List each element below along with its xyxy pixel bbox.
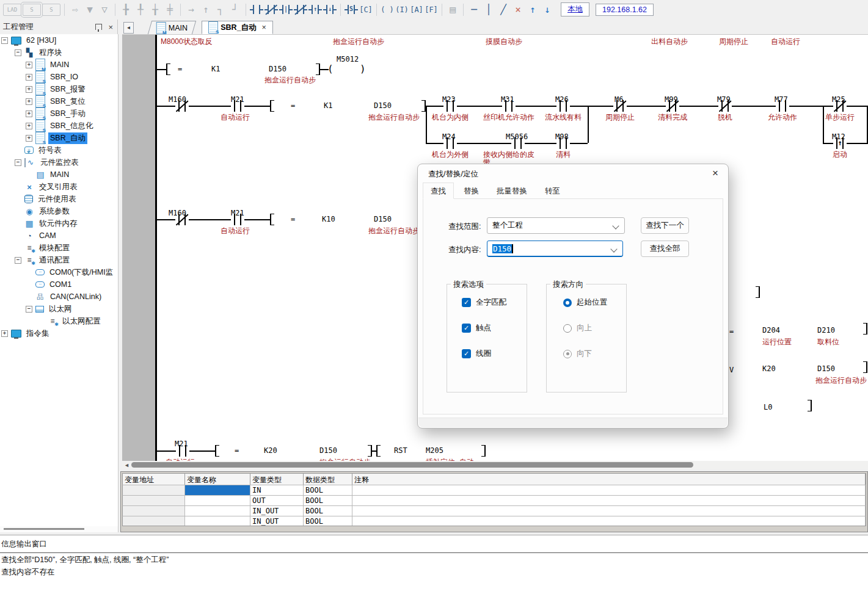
tree-item-指令集[interactable]: +指令集 (0, 327, 119, 339)
tab-scroll-left-button[interactable]: ◄ (123, 22, 134, 34)
expand-icon[interactable]: + (26, 135, 32, 142)
dialog-tab-批量替换[interactable]: 批量替换 (489, 183, 535, 199)
expand-icon[interactable]: + (26, 62, 32, 68)
contact-set-icon[interactable]: S (345, 2, 358, 17)
delete-line-icon[interactable]: × (511, 2, 525, 17)
function-icon[interactable]: [F] (425, 2, 438, 17)
column-header-变量名称[interactable]: 变量名称 (185, 474, 250, 485)
tab-MAIN[interactable]: MAIN (148, 21, 197, 34)
table-cell[interactable]: IN_OUT (250, 506, 304, 516)
column-header-变量类型[interactable]: 变量类型 (250, 474, 304, 485)
find-all-button[interactable]: 查找全部 (641, 241, 689, 257)
coil-icon[interactable]: ( ) (381, 2, 394, 17)
tree-item-62 [H3U][interactable]: −62 [H3U] (0, 34, 119, 46)
draw-hline-icon[interactable]: ─ (467, 2, 481, 17)
table-cell[interactable] (185, 496, 250, 505)
expand-icon[interactable]: + (26, 110, 32, 117)
contact-nc-icon[interactable] (264, 2, 278, 17)
coil-inverse-icon[interactable]: (I) (395, 2, 409, 17)
table-cell[interactable]: BOOL (304, 485, 352, 495)
corner-up-icon[interactable]: ┘ (228, 2, 242, 17)
contact-rising-icon[interactable]: ↑ (308, 2, 322, 17)
tree-item-以太网配置[interactable]: ≡以太网配置 (0, 315, 119, 327)
dialog-tab-替换[interactable]: 替换 (456, 183, 487, 199)
table-cell[interactable] (352, 485, 866, 495)
table-cell[interactable] (123, 516, 185, 526)
tree-item-COM1[interactable]: ···COM1 (0, 278, 119, 291)
tree-item-元件使用表[interactable]: 元件使用表 (0, 193, 119, 205)
close-tab-icon[interactable]: × (262, 23, 266, 32)
contact-mid-icon[interactable]: | (279, 2, 293, 17)
table-cell[interactable] (123, 485, 185, 495)
tree-item-CAM[interactable]: ◔CAM (0, 230, 119, 242)
table-row[interactable]: IN_OUTBOOL (122, 505, 866, 516)
find-next-button[interactable]: 查找下一个 (641, 217, 689, 234)
comment-icon[interactable]: ▤ (446, 2, 459, 17)
lad-mode-icon[interactable]: LAD (3, 4, 21, 16)
table-cell[interactable] (352, 506, 866, 516)
scroll-left-icon[interactable]: ◄ (124, 462, 129, 468)
contact-nc2-icon[interactable] (294, 2, 307, 17)
expand-icon[interactable]: + (26, 86, 32, 93)
sbr-icon[interactable]: S (42, 4, 60, 16)
column-header-变量地址[interactable]: 变量地址 (123, 474, 185, 485)
expand-icon[interactable]: + (26, 123, 32, 129)
move-up-icon[interactable]: ↑ (526, 2, 539, 17)
expand-icon[interactable]: + (26, 74, 32, 81)
tree-item-符号表[interactable]: ≡符号表 (0, 144, 119, 156)
table-cell[interactable] (352, 496, 866, 505)
arrow-up-icon[interactable]: ↑ (199, 2, 213, 17)
table-cell[interactable]: IN (250, 485, 304, 495)
table-cell[interactable]: OUT (250, 496, 304, 505)
draw-slash-icon[interactable]: ╱ (497, 2, 510, 17)
draw-vline-icon[interactable]: │ (482, 2, 495, 17)
checkbox-触点[interactable]: ✓触点 (462, 323, 491, 333)
radio-向下[interactable]: 向下 (563, 349, 592, 359)
table-cell[interactable] (185, 506, 250, 516)
collapse-icon[interactable]: − (15, 49, 21, 56)
tree-item-模块配置[interactable]: ≡模块配置 (0, 242, 119, 254)
table-cell[interactable] (185, 485, 250, 495)
column-header-数据类型[interactable]: 数据类型 (304, 474, 352, 485)
local-connection-button[interactable]: 本地 (561, 2, 589, 16)
project-tree[interactable]: −62 [H3U]−▚程序块+MAIN+SBR_IO+SBR_报警+SBR_复位… (0, 34, 119, 526)
dialog-close-icon[interactable]: × (712, 167, 718, 179)
table-cell[interactable]: BOOL (304, 506, 352, 516)
radio-起始位置[interactable]: 起始位置 (563, 297, 607, 308)
checkbox-全字匹配[interactable]: ✓全字匹配 (462, 297, 506, 308)
tree-item-SBR_手动[interactable]: +SBR_手动 (0, 107, 119, 120)
contact-no-icon[interactable] (250, 2, 263, 17)
tree-item-软元件内存[interactable]: ▦软元件内存 (0, 217, 119, 230)
contact-falling-icon[interactable]: ↓ (323, 2, 337, 17)
variable-table[interactable]: 变量地址变量名称变量类型数据类型注释INBOOLOUTBOOLIN_OUTBOO… (120, 471, 868, 532)
search-content-input[interactable]: D150 (487, 241, 623, 257)
expand-icon[interactable]: + (1, 330, 8, 337)
table-cell[interactable]: BOOL (304, 496, 352, 505)
counter-box-icon[interactable]: [C] (359, 2, 373, 17)
collapse-icon[interactable]: − (26, 306, 32, 313)
plc-ip-address[interactable]: 192.168.1.62 (596, 4, 654, 16)
tree-item-MAIN[interactable]: +MAIN (0, 59, 119, 71)
scrollbar-thumb[interactable] (131, 462, 693, 468)
tab-SBR_自动[interactable]: SBR_自动× (202, 21, 273, 34)
tree-item-SBR_复位[interactable]: +SBR_复位 (0, 95, 119, 107)
move-down-icon[interactable]: ↓ (541, 2, 554, 17)
tree-item-以太网[interactable]: −以太网 (0, 303, 119, 315)
table-row[interactable]: INBOOL (122, 485, 866, 495)
tree-item-SBR_信息化[interactable]: +SBR_信息化 (0, 120, 119, 132)
tree-item-系统参数[interactable]: ◉系统参数 (0, 205, 119, 217)
tree-item-SBR_IO[interactable]: +SBR_IO (0, 71, 119, 83)
scrollbar-thumb[interactable] (4, 528, 84, 530)
dialog-tab-查找[interactable]: 查找 (423, 183, 454, 199)
insert-branch-up-icon[interactable]: ╀ (134, 2, 147, 17)
tree-item-SBR_报警[interactable]: +SBR_报警 (0, 83, 119, 95)
table-cell[interactable] (185, 516, 250, 526)
close-panel-icon[interactable]: × (108, 23, 113, 32)
sbr-block-icon[interactable]: S (23, 4, 41, 16)
column-header-注释[interactable]: 注释 (352, 474, 866, 485)
expand-icon[interactable]: + (26, 98, 32, 105)
tree-item-CAN(CANLink)[interactable]: 品CAN(CANLink) (0, 291, 119, 303)
insert-branch-down-icon[interactable]: ╁ (148, 2, 162, 17)
table-cell[interactable] (352, 516, 866, 526)
collapse-icon[interactable]: − (15, 159, 21, 166)
